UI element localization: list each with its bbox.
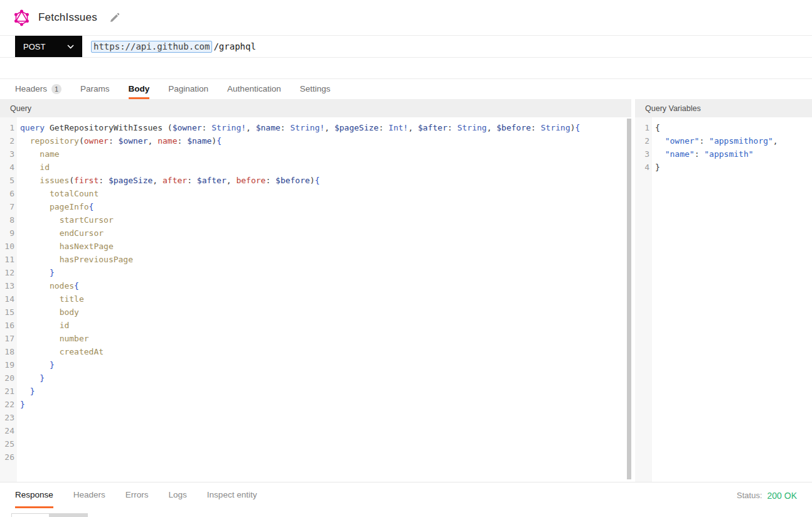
page-title: FetchIssues <box>38 11 97 24</box>
tab-inspect-entity[interactable]: Inspect entity <box>207 482 257 508</box>
headers-count-badge: 1 <box>51 84 61 94</box>
app-header: FetchIssues <box>0 0 812 36</box>
variables-editor[interactable]: 1234 { "owner": "appsmithorg", "name": "… <box>635 117 812 482</box>
query-pane: Query 1234567891011121314151617181920212… <box>0 99 631 482</box>
response-format-toggle[interactable] <box>11 513 88 517</box>
query-gutter: 1234567891011121314151617181920212223242… <box>0 117 17 482</box>
tab-authentication[interactable]: Authentication <box>227 79 281 99</box>
method-dropdown[interactable]: POST <box>15 36 82 57</box>
variables-code[interactable]: { "owner": "appsmithorg", "name": "appsm… <box>652 117 812 482</box>
request-url-row: POST https://api.github.com /graphql <box>0 36 812 58</box>
query-editor[interactable]: 1234567891011121314151617181920212223242… <box>0 117 631 482</box>
tab-errors[interactable]: Errors <box>126 482 149 508</box>
variables-pane: Query Variables 1234 { "owner": "appsmit… <box>635 99 812 482</box>
status-value: 200 OK <box>767 491 797 501</box>
editor-panels: Query 1234567891011121314151617181920212… <box>0 99 812 482</box>
edit-name-icon[interactable] <box>109 13 120 23</box>
url-input[interactable]: https://api.github.com /graphql <box>91 36 256 57</box>
tab-response[interactable]: Response <box>15 482 53 508</box>
variables-pane-header: Query Variables <box>635 99 812 117</box>
tab-logs[interactable]: Logs <box>169 482 187 508</box>
query-scrollbar[interactable] <box>627 119 631 479</box>
url-path: /graphql <box>213 41 255 51</box>
request-tabs: Headers 1 Params Body Pagination Authent… <box>0 78 812 99</box>
query-pane-header: Query <box>0 99 631 117</box>
url-highlight: https://api.github.com <box>91 41 212 53</box>
tab-params[interactable]: Params <box>80 79 110 99</box>
status-label: Status: <box>737 491 762 500</box>
tab-pagination[interactable]: Pagination <box>168 79 208 99</box>
response-format-option-1[interactable] <box>11 513 50 517</box>
response-tabs: Response Headers Errors Logs Inspect ent… <box>0 482 812 508</box>
graphql-logo-icon <box>13 9 30 26</box>
response-format-option-2[interactable] <box>49 513 88 517</box>
tab-headers[interactable]: Headers 1 <box>15 79 61 99</box>
chevron-down-icon <box>67 45 74 49</box>
tab-body[interactable]: Body <box>129 79 150 99</box>
query-code[interactable]: query GetRepositoryWithIssues ($owner: S… <box>17 117 631 482</box>
method-label: POST <box>23 42 45 51</box>
tab-response-headers[interactable]: Headers <box>73 482 105 508</box>
variables-gutter: 1234 <box>635 117 652 482</box>
tab-settings[interactable]: Settings <box>300 79 331 99</box>
